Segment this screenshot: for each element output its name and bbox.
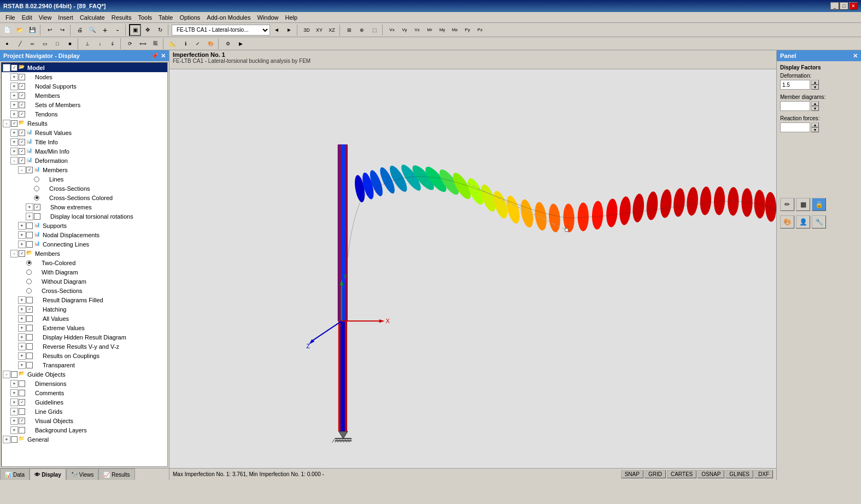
tb-move[interactable]: ✥ xyxy=(142,24,154,36)
member-diagrams-down[interactable]: ▼ xyxy=(811,106,819,111)
prev-model[interactable]: ◄ xyxy=(271,24,283,36)
tb-copy[interactable]: ⿓ xyxy=(149,38,161,50)
tb-view3d[interactable]: 3D xyxy=(301,24,313,36)
menu-insert[interactable]: Insert xyxy=(55,14,77,21)
tree-item-guidelines[interactable]: +Guidelines xyxy=(2,397,167,407)
menu-tools[interactable]: Tools xyxy=(134,14,155,21)
tb-member[interactable]: ═ xyxy=(26,38,38,50)
menu-file[interactable]: File xyxy=(2,14,19,21)
menu-edit[interactable]: Edit xyxy=(19,14,36,21)
menu-options[interactable]: Options xyxy=(176,14,203,21)
menu-addon[interactable]: Add-on Modules xyxy=(203,14,254,21)
tb-surface[interactable]: ▭ xyxy=(39,38,51,50)
tb-load[interactable]: ↓ xyxy=(94,38,106,50)
tb-solid[interactable]: ■ xyxy=(64,38,76,50)
tb-opening[interactable]: □ xyxy=(51,38,63,50)
tb-undo[interactable]: ↩ xyxy=(44,24,56,36)
tree-container[interactable]: -📂Model+Nodes+Nodal Supports+Members+Set… xyxy=(1,62,168,467)
tb-print[interactable]: 🖨 xyxy=(74,24,86,36)
tree-item-maxmin-info[interactable]: +📊Max/Min Info xyxy=(2,146,167,156)
tb-viewxz[interactable]: XZ xyxy=(326,24,338,36)
close-button[interactable]: ✕ xyxy=(849,2,858,10)
tree-item-members2[interactable]: -📂Members xyxy=(2,249,167,258)
tb-mz[interactable]: Mz xyxy=(449,24,461,36)
tree-item-deform-cross-sections-colored[interactable]: Cross-Sections Colored xyxy=(2,193,167,202)
tree-item-all-values[interactable]: +All Values xyxy=(2,314,167,323)
tree-item-sets-of-members[interactable]: +Sets of Members xyxy=(2,100,167,109)
tree-item-members[interactable]: +Members xyxy=(2,91,167,100)
tb-vz[interactable]: Vz xyxy=(411,24,423,36)
panel-table-btn[interactable]: ▦ xyxy=(796,198,810,211)
osnap-button[interactable]: OSNAP xyxy=(698,470,724,478)
tree-item-result-diagrams-filled[interactable]: +Result Diagrams Filled xyxy=(2,295,167,304)
tb-my[interactable]: My xyxy=(436,24,448,36)
minimize-button[interactable]: _ xyxy=(830,2,839,10)
tab-views[interactable]: 🔭 Views xyxy=(66,468,99,480)
tb-save[interactable]: 💾 xyxy=(26,24,38,36)
tb-check[interactable]: ✓ xyxy=(192,38,204,50)
tb-zoomout[interactable]: - xyxy=(112,24,124,36)
tree-item-tendons[interactable]: +Tendons xyxy=(2,109,167,119)
tree-item-line-grids[interactable]: +Line Grids xyxy=(2,407,167,416)
tree-item-cross-sections2[interactable]: Cross-Sections xyxy=(2,286,167,295)
tree-item-transparent[interactable]: +Transparent xyxy=(2,360,167,370)
tree-item-deformation[interactable]: -📊Deformation xyxy=(2,156,167,165)
tb-rotate2[interactable]: ⟳ xyxy=(124,38,136,50)
tree-item-visual-objects[interactable]: +Visual Objects xyxy=(2,416,167,425)
menu-view[interactable]: View xyxy=(36,14,55,21)
tab-data[interactable]: 📊 Data xyxy=(0,468,30,480)
maximize-button[interactable]: □ xyxy=(840,2,848,10)
tb-run[interactable]: ▶ xyxy=(235,38,247,50)
panel-person-btn[interactable]: 👤 xyxy=(796,215,810,228)
menu-table[interactable]: Table xyxy=(155,14,176,21)
tree-item-nodal-displacements[interactable]: +📊Nodal Displacements xyxy=(2,230,167,239)
cartes-button[interactable]: CARTES xyxy=(667,470,696,478)
tb-color[interactable]: 🎨 xyxy=(204,38,216,50)
tab-display[interactable]: 👁 Display xyxy=(30,468,66,480)
tree-item-general[interactable]: +📁General xyxy=(2,435,167,444)
tree-item-comments[interactable]: +Comments xyxy=(2,388,167,397)
tree-item-results[interactable]: -📂Results xyxy=(2,119,167,128)
tree-item-reverse-results[interactable]: +Reverse Results V-y and V-z xyxy=(2,342,167,351)
panel-close-icon[interactable]: ✕ xyxy=(853,52,858,60)
panel-color-btn[interactable]: 🎨 xyxy=(780,215,794,228)
snap-button[interactable]: SNAP xyxy=(621,470,643,478)
nav-pin-btn[interactable]: 📌 xyxy=(151,52,159,60)
tree-item-connecting-lines[interactable]: +📊Connecting Lines xyxy=(2,239,167,249)
menu-help[interactable]: Help xyxy=(282,14,301,21)
tb-wire[interactable]: ⬚ xyxy=(368,24,380,36)
panel-edit-btn[interactable]: ✏ xyxy=(780,198,794,211)
model-select[interactable]: FE-LTB CA1 - Lateral-torsio... xyxy=(172,25,270,36)
tree-item-result-values[interactable]: +📊Result Values xyxy=(2,128,167,137)
tree-item-nodes[interactable]: +Nodes xyxy=(2,72,167,81)
tree-item-deform-display-local[interactable]: +Display local torsional rotations xyxy=(2,212,167,221)
glines-button[interactable]: GLINES xyxy=(725,470,753,478)
tb-calc[interactable]: ⚙ xyxy=(222,38,234,50)
tree-item-hatching[interactable]: +Hatching xyxy=(2,304,167,314)
tb-node[interactable]: ● xyxy=(1,38,13,50)
tree-item-supports[interactable]: +📊Supports xyxy=(2,221,167,230)
tree-item-two-colored[interactable]: Two-Colored xyxy=(2,258,167,267)
panel-lock-btn[interactable]: 🔒 xyxy=(812,198,826,211)
panel-settings-btn[interactable]: 🔧 xyxy=(812,215,826,228)
tb-py[interactable]: Py xyxy=(461,24,473,36)
tree-item-title-info[interactable]: +📊Title Info xyxy=(2,137,167,146)
tree-item-without-diagram[interactable]: Without Diagram xyxy=(2,277,167,286)
tree-item-deform-show-extremes[interactable]: +Show extremes xyxy=(2,202,167,212)
reaction-forces-down[interactable]: ▼ xyxy=(811,127,819,132)
reaction-forces-input[interactable] xyxy=(780,122,810,132)
tb-open[interactable]: 📂 xyxy=(14,24,26,36)
tb-rotate[interactable]: ↻ xyxy=(154,24,166,36)
tree-item-nodal-supports[interactable]: +Nodal Supports xyxy=(2,81,167,91)
tree-item-display-hidden[interactable]: +Display Hidden Result Diagram xyxy=(2,332,167,342)
menu-calculate[interactable]: Calculate xyxy=(77,14,108,21)
viewport[interactable]: X Y Z xyxy=(169,69,776,468)
menu-results[interactable]: Results xyxy=(108,14,135,21)
tb-info[interactable]: ℹ xyxy=(179,38,191,50)
next-model[interactable]: ► xyxy=(283,24,295,36)
tree-item-deform-members[interactable]: -📊Members xyxy=(2,165,167,174)
tree-item-dimensions[interactable]: +Dimensions xyxy=(2,379,167,388)
menu-window[interactable]: Window xyxy=(254,14,282,21)
tree-item-deform-cross-sections[interactable]: Cross-Sections xyxy=(2,184,167,193)
deformation-up[interactable]: ▲ xyxy=(811,80,819,85)
